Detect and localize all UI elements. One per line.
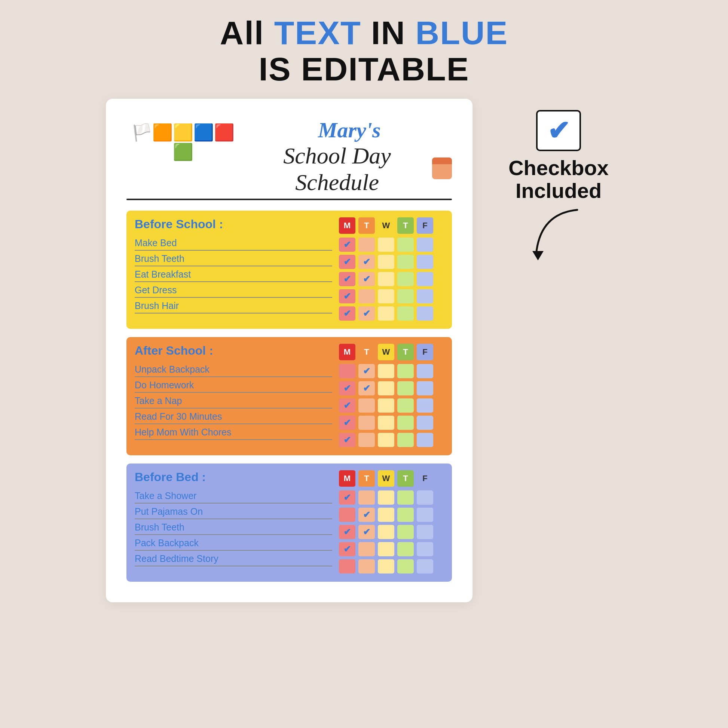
checkbox-cell[interactable] [417, 542, 433, 556]
checkbox-cell[interactable] [417, 306, 433, 321]
schedule-card: 🏳️🟧🟨🟦🟥🟩 Mary's School Day Schedule Befor… [106, 99, 473, 602]
checkbox-row[interactable]: ✔✔ [339, 255, 444, 269]
checkbox-cell[interactable] [417, 559, 433, 574]
checkbox-cell[interactable]: ✔ [339, 491, 355, 505]
checkbox-cell[interactable] [417, 491, 433, 505]
day-header-t1: T [358, 470, 375, 487]
checkbox-row[interactable]: ✔ [339, 508, 444, 522]
checkbox-row[interactable]: ✔ [339, 433, 444, 447]
checkbox-cell[interactable] [339, 508, 355, 522]
checkbox-cell[interactable] [339, 559, 355, 574]
day-header-w2: W [378, 217, 394, 234]
checkbox-cell[interactable] [417, 433, 433, 447]
checkbox-cell[interactable] [378, 433, 394, 447]
checkbox-cell[interactable]: ✔ [358, 272, 375, 286]
checkbox-cell[interactable] [378, 272, 394, 286]
section-inner-before-bed: Before Bed :Take a ShowerPut Pajamas OnB… [135, 470, 444, 575]
checkbox-cell[interactable]: ✔ [339, 542, 355, 556]
day-header-m0: M [339, 470, 355, 487]
checkbox-cell[interactable] [378, 306, 394, 321]
checkbox-cell[interactable] [417, 289, 433, 303]
checkbox-row[interactable]: ✔ [339, 491, 444, 505]
checkbox-cell[interactable] [378, 542, 394, 556]
checkbox-cell[interactable] [378, 491, 394, 505]
checkbox-cell[interactable] [397, 433, 414, 447]
checkbox-row[interactable]: ✔ [339, 542, 444, 556]
checkbox-cell[interactable] [417, 416, 433, 430]
calendar-icon [432, 158, 452, 179]
right-panel: ✔ Checkbox Included [495, 110, 622, 268]
checkbox-cell[interactable] [358, 559, 375, 574]
checkbox-cell[interactable] [358, 398, 375, 413]
checkbox-cell[interactable] [397, 525, 414, 539]
checkbox-row[interactable]: ✔✔ [339, 525, 444, 539]
checkbox-cell[interactable] [378, 255, 394, 269]
checkbox-cell[interactable] [417, 508, 433, 522]
checkbox-cell[interactable]: ✔ [339, 433, 355, 447]
checkbox-cell[interactable] [397, 381, 414, 395]
checkbox-cell[interactable] [397, 508, 414, 522]
checkbox-cell[interactable]: ✔ [339, 416, 355, 430]
checkbox-cell[interactable] [397, 237, 414, 252]
checkbox-cell[interactable] [417, 398, 433, 413]
checkbox-cell[interactable] [397, 491, 414, 505]
checkbox-cell[interactable] [417, 255, 433, 269]
checkbox-cell[interactable] [378, 525, 394, 539]
checkbox-cell[interactable]: ✔ [358, 525, 375, 539]
checkbox-cell[interactable]: ✔ [339, 272, 355, 286]
task-text: Get Dress [135, 285, 177, 295]
checkbox-cell[interactable] [378, 289, 394, 303]
checkbox-cell[interactable] [417, 381, 433, 395]
checkbox-cell[interactable] [378, 398, 394, 413]
checkbox-cell[interactable]: ✔ [339, 306, 355, 321]
checkbox-cell[interactable] [397, 559, 414, 574]
checkbox-row[interactable]: ✔ [339, 237, 444, 252]
checkbox-row[interactable]: ✔ [339, 289, 444, 303]
checkbox-cell[interactable] [358, 237, 375, 252]
checkbox-cell[interactable] [417, 364, 433, 378]
checkbox-cell[interactable] [358, 542, 375, 556]
checkbox-cell[interactable] [397, 398, 414, 413]
checkbox-row[interactable] [339, 559, 444, 574]
checkbox-row[interactable]: ✔✔ [339, 381, 444, 395]
checkbox-row[interactable]: ✔✔ [339, 306, 444, 321]
checkbox-cell[interactable] [397, 272, 414, 286]
checkbox-row[interactable]: ✔✔ [339, 272, 444, 286]
checkbox-cell[interactable] [417, 525, 433, 539]
task-row: Eat Breakfast [135, 266, 332, 282]
checkbox-cell[interactable]: ✔ [339, 237, 355, 252]
checkbox-cell[interactable]: ✔ [339, 381, 355, 395]
checkbox-cell[interactable]: ✔ [358, 508, 375, 522]
checkbox-cell[interactable] [358, 433, 375, 447]
checkbox-cell[interactable] [417, 272, 433, 286]
checkbox-row[interactable]: ✔ [339, 398, 444, 413]
checkbox-cell[interactable] [378, 559, 394, 574]
checkbox-cell[interactable] [378, 364, 394, 378]
checkbox-cell[interactable]: ✔ [358, 306, 375, 321]
checkbox-cell[interactable] [358, 416, 375, 430]
checkbox-cell[interactable] [397, 542, 414, 556]
checkbox-cell[interactable] [397, 364, 414, 378]
checkbox-cell[interactable]: ✔ [358, 255, 375, 269]
checkbox-cell[interactable] [397, 306, 414, 321]
checkbox-cell[interactable] [378, 508, 394, 522]
checkbox-cell[interactable] [378, 416, 394, 430]
checkbox-cell[interactable] [358, 491, 375, 505]
task-text: Eat Breakfast [135, 269, 191, 280]
checkbox-cell[interactable]: ✔ [339, 525, 355, 539]
checkbox-cell[interactable] [358, 289, 375, 303]
checkbox-row[interactable]: ✔ [339, 364, 444, 378]
checkbox-cell[interactable] [378, 381, 394, 395]
checkbox-cell[interactable] [378, 237, 394, 252]
checkbox-cell[interactable] [397, 255, 414, 269]
checkbox-row[interactable]: ✔ [339, 416, 444, 430]
checkbox-cell[interactable]: ✔ [358, 381, 375, 395]
checkbox-cell[interactable] [417, 237, 433, 252]
checkbox-cell[interactable]: ✔ [339, 289, 355, 303]
checkbox-cell[interactable] [397, 289, 414, 303]
checkbox-cell[interactable] [397, 416, 414, 430]
checkbox-cell[interactable]: ✔ [339, 398, 355, 413]
checkbox-cell[interactable] [339, 364, 355, 378]
checkbox-cell[interactable]: ✔ [358, 364, 375, 378]
checkbox-cell[interactable]: ✔ [339, 255, 355, 269]
